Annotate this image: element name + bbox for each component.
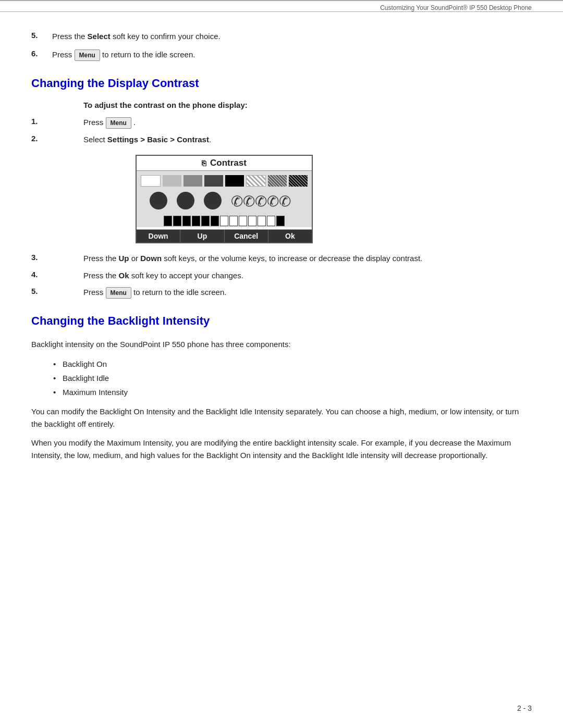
swatch-black [225,175,244,187]
bar5 [201,216,210,226]
step-number: 5. [31,31,38,40]
contrast-title: Contrast [210,158,247,168]
contrast-row1 [141,175,308,187]
step-text: Press the Select soft key to confirm you… [52,32,221,41]
swatch-pattern3 [289,175,308,187]
swatch-white [141,175,161,187]
section2-intro: Backlight intensity on the SoundPoint IP… [31,338,532,351]
swatch-dark [204,175,223,187]
page-content: 5. Press the Select soft key to confirm … [0,20,563,489]
section1-step-1: 1. Press Menu . [31,117,532,129]
bar10 [248,216,256,226]
step-text: Press Menu to return to the idle screen. [83,288,226,297]
bar2 [173,216,181,226]
step-number: 5. [31,287,38,295]
svg-text:✆✆✆✆✆: ✆✆✆✆✆ [231,193,291,209]
section1-step-3: 3. Press the Up or Down soft keys, or th… [31,253,532,265]
bullet-item-2: Backlight Idle [63,371,532,385]
intro-step-6: 6. Press Menu to return to the idle scre… [31,49,532,61]
step-number: 1. [31,117,38,126]
step-number: 4. [31,270,38,279]
section1-step-2: 2. Select Settings > Basic > Contrast. [31,134,532,146]
contrast-row2: ✆✆✆✆✆ [141,190,308,212]
header-divider [0,11,563,12]
softkey-row: Down Up Cancel Ok [137,229,312,242]
bar3 [182,216,191,226]
contrast-body: ✆✆✆✆✆ [137,171,312,227]
bar11 [258,216,266,226]
intro-step-5: 5. Press the Select soft key to confirm … [31,31,532,43]
circle3 [204,192,222,209]
phone-icons: ✆✆✆✆✆ [231,192,299,209]
bar12 [267,216,275,226]
step-number: 3. [31,253,38,262]
step-text: Press the Ok soft key to accept your cha… [83,271,243,280]
contrast-screen: ⎘ Contrast [136,155,313,243]
bullet-list: Backlight On Backlight Idle Maximum Inte… [31,357,532,399]
circle1 [150,192,167,209]
section1-step-5: 5. Press Menu to return to the idle scre… [31,287,532,299]
section2-heading: Changing the Backlight Intensity [31,314,532,328]
bar6 [211,216,219,226]
bar1 [164,216,172,226]
softkey-cancel: Cancel [225,230,268,242]
softkey-down: Down [137,230,180,242]
menu-key: Menu [106,287,131,299]
page-number: 2 - 3 [517,704,532,712]
swatch-light [163,175,181,187]
softkey-up: Up [180,230,224,242]
step-text: Press Menu to return to the idle screen. [52,50,195,59]
contrast-icon: ⎘ [202,159,206,167]
step-number: 2. [31,134,38,143]
step-text: Press Menu . [83,118,136,127]
subsection-instruction: To adjust the contrast on the phone disp… [31,101,532,109]
section1-step-4: 4. Press the Ok soft key to accept your … [31,270,532,282]
bullet-item-3: Maximum Intensity [63,385,532,399]
bar8 [229,216,238,226]
page-header: Customizing Your SoundPoint® IP 550 Desk… [0,0,563,11]
section2-para2: When you modify the Maximum Intensity, y… [31,437,532,462]
bar13 [276,216,285,226]
contrast-row3 [141,215,308,227]
circle2 [177,192,194,209]
bar9 [239,216,247,226]
step-text: Select Settings > Basic > Contrast. [83,135,211,144]
swatch-mid [183,175,202,187]
bar4 [192,216,200,226]
header-text: Customizing Your SoundPoint® IP 550 Desk… [380,4,532,11]
bullet-item-1: Backlight On [63,357,532,371]
swatch-pattern2 [268,175,287,187]
step-number: 6. [31,49,38,58]
menu-key: Menu [75,50,100,61]
contrast-title-bar: ⎘ Contrast [137,156,312,171]
swatch-pattern1 [246,175,266,187]
menu-key: Menu [106,117,131,129]
bar7 [220,216,228,226]
section2-para1: You can modify the Backlight On Intensit… [31,405,532,430]
step-text: Press the Up or Down soft keys, or the v… [83,254,422,263]
section1-heading: Changing the Display Contrast [31,77,532,90]
softkey-ok: Ok [268,230,312,242]
